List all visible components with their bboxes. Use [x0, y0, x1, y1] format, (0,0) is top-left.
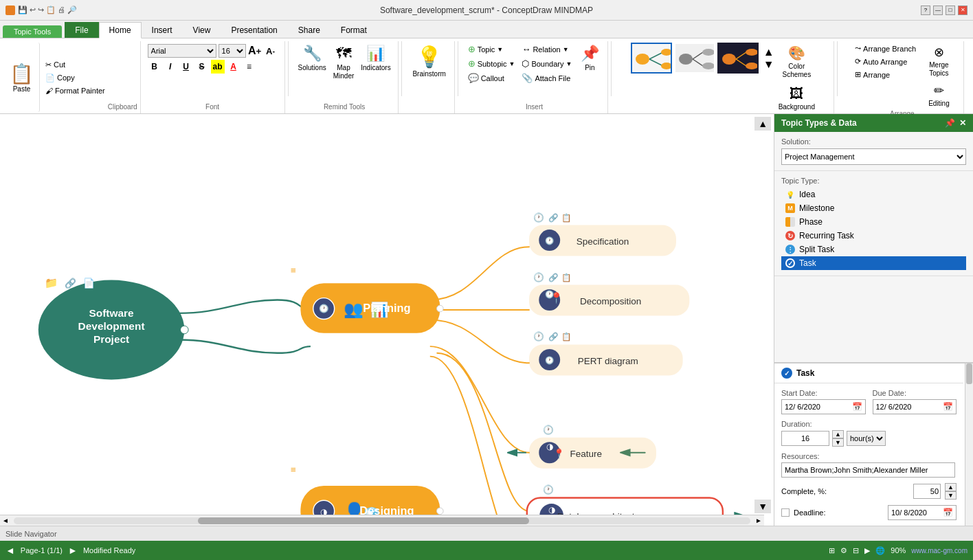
brainstorm-button[interactable]: 💡 Brainstorm: [409, 43, 450, 80]
auto-arrange-button[interactable]: ⟳ Auto Arrange: [852, 56, 919, 67]
panel-pin-btn[interactable]: 📌: [945, 118, 955, 128]
duration-up[interactable]: ▲: [832, 430, 844, 438]
topic-icon: ⊕: [468, 44, 476, 54]
map-minder-button[interactable]: 🗺 MapMinder: [331, 43, 357, 82]
font-shrink-btn[interactable]: A-: [264, 44, 278, 58]
map-area[interactable]: ▲: [0, 114, 774, 526]
complete-down[interactable]: ▼: [945, 491, 957, 500]
resources-input[interactable]: [781, 462, 955, 478]
scroll-down-btn[interactable]: ▼: [754, 500, 771, 513]
boundary-button[interactable]: ⬡ Boundary ▼: [519, 57, 574, 70]
tab-view[interactable]: View: [183, 22, 221, 38]
editing-button[interactable]: ✏ Editing: [926, 81, 952, 110]
arrange-button[interactable]: ⊞ Arrange: [852, 69, 919, 80]
tab-file[interactable]: File: [65, 22, 98, 38]
subtopic-dropdown[interactable]: ▼: [508, 60, 515, 67]
bold-btn[interactable]: B: [148, 60, 161, 74]
play-btn[interactable]: ▶: [864, 546, 870, 555]
status-next-btn[interactable]: ►: [68, 545, 78, 556]
layout-btn[interactable]: ⊟: [853, 546, 859, 555]
duration-down[interactable]: ▼: [832, 438, 844, 447]
theme-preview-2[interactable]: [674, 43, 715, 74]
type-split[interactable]: ⋮ Split Task: [781, 243, 966, 256]
maximize-btn[interactable]: □: [946, 5, 955, 15]
font-color-btn[interactable]: A: [227, 60, 241, 74]
font-row-2: B I U S ab A ≡: [148, 60, 278, 74]
scroll-thumb-h[interactable]: [198, 517, 529, 524]
solutions-button[interactable]: 🔧 Solutions: [295, 43, 329, 74]
tab-insert[interactable]: Insert: [142, 22, 183, 38]
text-align-btn[interactable]: ≡: [243, 60, 256, 74]
tab-format[interactable]: Format: [331, 22, 377, 38]
panel-scrollbar[interactable]: [965, 363, 973, 526]
status-prev-btn[interactable]: ◄: [5, 545, 15, 556]
settings-btn[interactable]: ⚙: [840, 546, 847, 555]
type-milestone[interactable]: M Milestone: [781, 201, 966, 215]
type-recurring[interactable]: ↻ Recurring Task: [781, 229, 966, 243]
duration-input[interactable]: [781, 431, 829, 446]
italic-btn[interactable]: I: [164, 60, 177, 74]
start-date-calendar[interactable]: 📅: [852, 402, 862, 412]
deadline-checkbox[interactable]: [781, 508, 790, 517]
type-task[interactable]: ✓ Task: [781, 256, 966, 270]
theme-preview-1[interactable]: [631, 43, 672, 74]
scroll-right-btn[interactable]: ►: [753, 517, 764, 524]
due-date-calendar[interactable]: 📅: [943, 402, 953, 412]
font-face-select[interactable]: Arial: [148, 44, 216, 58]
topic-tools-tab[interactable]: Topic Tools: [3, 25, 62, 38]
callout-button[interactable]: 💬 Callout: [465, 71, 518, 85]
deadline-input[interactable]: 10/ 8/2020 📅: [888, 505, 957, 520]
deadline-calendar[interactable]: 📅: [943, 508, 953, 517]
merge-topics-button[interactable]: ⊗ MergeTopics: [926, 43, 952, 80]
type-idea[interactable]: 💡 Idea: [781, 188, 966, 201]
cut-button[interactable]: ✂ Cut: [43, 59, 108, 71]
tab-share[interactable]: Share: [288, 22, 331, 38]
highlight-btn[interactable]: ab: [211, 60, 225, 74]
theme-preview-3[interactable]: [717, 43, 759, 74]
underline-btn[interactable]: U: [179, 60, 193, 74]
complete-input[interactable]: [913, 484, 941, 499]
indicators-button[interactable]: 📊 Indicators: [358, 43, 393, 74]
theme-scroll-up[interactable]: ▲: [763, 46, 774, 58]
horizontal-scroll[interactable]: ◄ ►: [0, 515, 764, 526]
scroll-left-btn[interactable]: ◄: [0, 517, 11, 524]
panel-close-btn[interactable]: ✕: [959, 118, 966, 128]
color-schemes-button[interactable]: 🎨 ColorSchemes: [776, 43, 818, 81]
globe-btn[interactable]: 🌐: [875, 546, 885, 555]
relation-dropdown[interactable]: ▼: [563, 46, 569, 53]
format-painter-button[interactable]: 🖌 Format Painter: [43, 85, 108, 96]
subtopic-button[interactable]: ⊕ Subtopic ▼: [465, 57, 518, 70]
relation-button[interactable]: ↔ Relation ▼: [519, 43, 574, 56]
tab-home[interactable]: Home: [99, 22, 142, 38]
window-controls[interactable]: ? — □ ✕: [921, 5, 968, 15]
boundary-dropdown[interactable]: ▼: [566, 60, 572, 67]
type-phase[interactable]: Phase: [781, 215, 966, 229]
topic-button[interactable]: ⊕ Topic ▼: [465, 43, 518, 56]
background-button[interactable]: 🖼 Background: [776, 84, 818, 113]
panel-scrollbar-thumb[interactable]: [966, 363, 972, 384]
strikethrough-btn[interactable]: S: [195, 60, 209, 74]
minimize-btn[interactable]: —: [933, 5, 943, 15]
paste-button[interactable]: 📋 Paste: [4, 43, 40, 112]
duration-unit-select[interactable]: hour(s): [847, 431, 886, 446]
attach-button[interactable]: 📎 Attach File: [519, 71, 574, 85]
copy-button[interactable]: 📄 Copy: [43, 72, 108, 84]
pin-button[interactable]: 📌 Pin: [576, 43, 603, 74]
font-size-select[interactable]: 16: [219, 44, 246, 58]
arrange-branch-button[interactable]: ⤳ Arrange Branch: [852, 43, 919, 54]
scroll-up-btn[interactable]: ▲: [754, 117, 771, 131]
due-date-input[interactable]: 12/ 6/2020 📅: [873, 399, 957, 414]
tab-presentation[interactable]: Presentation: [221, 22, 287, 38]
topic-dropdown[interactable]: ▼: [497, 46, 503, 53]
font-grow-btn[interactable]: A+: [248, 44, 262, 58]
help-btn[interactable]: ?: [921, 5, 930, 15]
svg-text:📋: 📋: [561, 273, 572, 282]
start-date-input[interactable]: 12/ 6/2020 📅: [781, 399, 866, 414]
grid-view-btn[interactable]: ⊞: [829, 546, 835, 555]
complete-up[interactable]: ▲: [945, 483, 957, 491]
panel-scrollable: Solution: Project Management Topic Type:…: [774, 132, 973, 362]
theme-scroll-down[interactable]: ▼: [763, 58, 774, 71]
pin-label: Pin: [585, 64, 594, 72]
solution-select[interactable]: Project Management: [781, 148, 966, 165]
close-btn[interactable]: ✕: [958, 5, 968, 15]
